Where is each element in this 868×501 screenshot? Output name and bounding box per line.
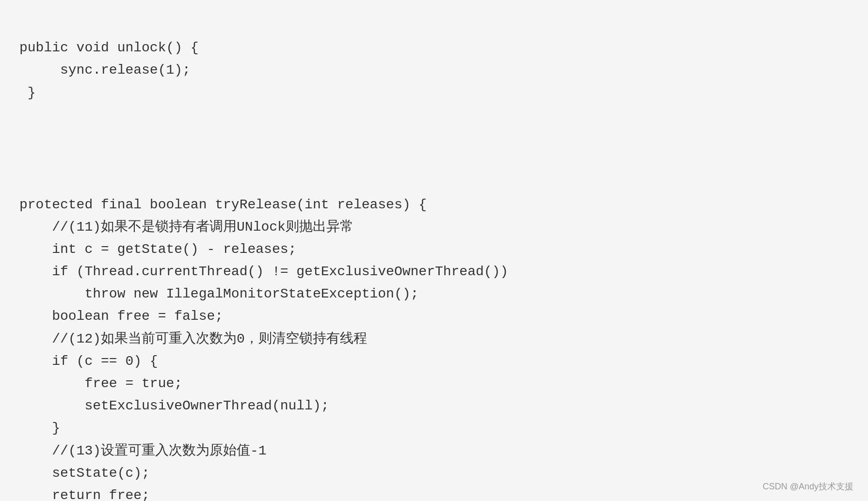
code-line-1: public void unlock() { [19,40,199,55]
code-line-10: throw new IllegalMonitorStateException()… [19,286,418,301]
code-line-12: //(12)如果当前可重入次数为0，则清空锁持有线程 [19,331,367,346]
watermark: CSDN @Andy技术支援 [763,481,853,492]
code-line-8: int c = getState() - releases; [19,242,296,257]
code-line-15: setExclusiveOwnerThread(null); [19,398,329,413]
code-line-14: free = true; [19,376,182,391]
code-line-19: return free; [19,488,150,501]
code-line-6: protected final boolean tryRelease(int r… [19,197,427,212]
code-line-13: if (c == 0) { [19,354,158,369]
code-line-16: } [19,421,60,436]
code-line-3: } [19,85,36,100]
code-block: public void unlock() { sync.release(1); … [19,15,849,501]
code-line-7: //(11)如果不是锁持有者调用UNlock则抛出异常 [19,219,354,235]
code-line-2: sync.release(1); [19,63,191,78]
code-line-17: //(13)设置可重入次数为原始值-1 [19,443,267,458]
code-container: public void unlock() { sync.release(1); … [0,0,868,501]
code-line-18: setState(c); [19,466,150,481]
code-line-blank-1 [19,104,849,126]
code-line-9: if (Thread.currentThread() != getExclusi… [19,264,508,279]
code-line-blank-2 [19,149,849,171]
code-line-11: boolean free = false; [19,309,223,324]
